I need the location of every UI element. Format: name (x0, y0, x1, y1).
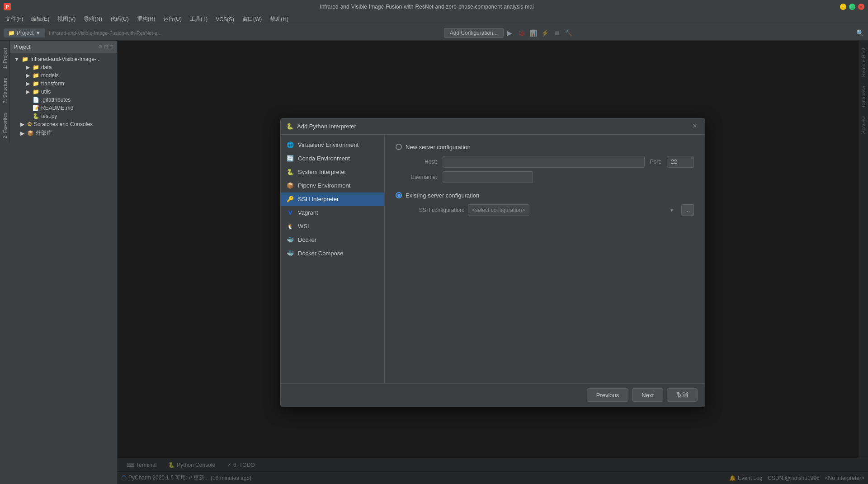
menu-help[interactable]: 帮助(H) (266, 14, 292, 24)
window-title: Infrared-and-Visible-Image-Fusion-with-R… (14, 4, 840, 10)
item-label: .gitattributes (41, 97, 71, 103)
tree-root[interactable]: ▼ 📁 Infrared-and-Visible-Image-... (10, 55, 117, 63)
interpreter-vagrant[interactable]: V Vagrant (281, 206, 384, 220)
file-type-icon: 📄 (33, 97, 39, 103)
existing-server-option[interactable]: Existing server configuration (396, 192, 694, 199)
build-button[interactable]: 🔨 (564, 28, 573, 38)
cancel-button[interactable]: 取消 (667, 388, 698, 402)
tree-item-utils[interactable]: ▶ 📁 utils (10, 88, 117, 96)
window-controls[interactable]: − □ × (840, 4, 864, 10)
folder-icon: 📁 (33, 64, 39, 70)
project-header-icons: ⚙ ⊞ ⊟ (98, 44, 113, 50)
add-configuration-button[interactable]: Add Configuration... (444, 28, 504, 38)
root-arrow-icon: ▼ (14, 56, 20, 62)
tree-item-models[interactable]: ▶ 📁 models (10, 71, 117, 80)
left-tab-favorites[interactable]: 2: Favorites (1, 109, 9, 142)
new-server-radio[interactable] (396, 144, 402, 150)
existing-server-radio[interactable] (396, 192, 402, 198)
docker-compose-icon: 🐳 (286, 249, 294, 258)
tree-item-transform[interactable]: ▶ 📁 transform (10, 80, 117, 88)
virtualenv-label: Virtualenv Environment (298, 141, 359, 148)
project-panel-header: Project ⚙ ⊞ ⊟ (10, 41, 117, 53)
tree-item-scratches[interactable]: ▶ ⚙ Scratches and Consoles (10, 120, 117, 128)
interpreter-docker[interactable]: 🐳 Docker (281, 233, 384, 247)
left-tabs: 1: Project 7: Structure 2: Favorites (0, 41, 10, 142)
project-selector[interactable]: 📁 Project ▼ (4, 28, 45, 38)
item-label: transform (41, 80, 64, 87)
ssh-config-label: SSH configuration: (406, 207, 464, 213)
interpreter-wsl[interactable]: 🐧 WSL (281, 220, 384, 233)
file-type-icon: 🐍 (33, 113, 39, 119)
username-input[interactable] (443, 171, 533, 183)
ssh-config-dots-button[interactable]: ... (681, 204, 694, 216)
username-label: Username: (406, 174, 437, 180)
interpreter-virtualenv[interactable]: 🌐 Virtualenv Environment (281, 138, 384, 152)
menu-bar: 文件(F) 编辑(E) 视图(V) 导航(N) 代码(C) 重构(R) 运行(U… (0, 14, 868, 25)
tree-item-data[interactable]: ▶ 📁 data (10, 63, 117, 71)
folder-arrow-icon: ▶ (24, 72, 31, 79)
port-input[interactable] (667, 156, 694, 168)
folder-arrow-icon: ▶ (24, 89, 31, 95)
left-tab-structure[interactable]: 7: Structure (1, 74, 9, 107)
tree-item-gitattributes[interactable]: 📄 .gitattributes (10, 96, 117, 104)
tree-item-testpy[interactable]: 🐍 test.py (10, 112, 117, 120)
interpreter-pipenv[interactable]: 📦 Pipenv Environment (281, 179, 384, 193)
maximize-button[interactable]: □ (849, 4, 855, 10)
menu-code[interactable]: 代码(C) (107, 14, 132, 24)
pipenv-icon: 📦 (286, 182, 294, 190)
profile-button[interactable]: ⚡ (541, 28, 550, 38)
dialog-title-text: Add Python Interpreter (297, 123, 356, 130)
menu-file[interactable]: 文件(F) (2, 14, 27, 24)
menu-refactor[interactable]: 重构(R) (133, 14, 159, 24)
menu-vcs[interactable]: VCS(S) (212, 15, 238, 24)
interpreter-ssh[interactable]: 🔑 SSH Interpreter (281, 193, 384, 206)
folder-arrow-icon: ▶ (19, 121, 25, 127)
project-folder-icon: 📁 (8, 30, 15, 36)
existing-server-label: Existing server configuration (406, 192, 479, 199)
port-label: Port: (650, 159, 661, 165)
system-label: System Interpreter (298, 169, 346, 175)
previous-button[interactable]: Previous (587, 388, 629, 402)
dialog-title-bar: 🐍 Add Python Interpreter × (281, 118, 705, 135)
left-tab-project[interactable]: 1: Project (1, 44, 9, 72)
close-window-button[interactable]: × (858, 4, 864, 10)
debug-button[interactable]: 🐞 (517, 28, 526, 38)
docker-icon: 🐳 (286, 236, 294, 244)
external-icon: 📦 (27, 130, 34, 136)
folder-icon: 📁 (33, 89, 39, 95)
menu-edit[interactable]: 编辑(E) (28, 14, 53, 24)
folder-arrow-icon: ▶ (19, 130, 25, 136)
project-tree: ▼ 📁 Infrared-and-Visible-Image-... ▶ 📁 d… (10, 53, 117, 484)
next-button[interactable]: Next (632, 388, 663, 402)
ssh-config-select[interactable]: <select configuration> (468, 204, 529, 216)
folder-arrow-icon: ▶ (24, 64, 31, 70)
host-input[interactable] (443, 156, 645, 168)
menu-window[interactable]: 窗口(W) (239, 14, 265, 24)
interpreter-system[interactable]: 🐍 System Interpreter (281, 165, 384, 179)
menu-view[interactable]: 视图(V) (54, 14, 79, 24)
coverage-button[interactable]: 📊 (529, 28, 538, 38)
search-everywhere-button[interactable]: 🔍 (855, 28, 864, 38)
run-button[interactable]: ▶ (505, 28, 514, 38)
project-panel-title: Project (14, 44, 30, 50)
interpreter-conda[interactable]: 🔄 Conda Environment (281, 152, 384, 165)
tree-item-external[interactable]: ▶ 📦 外部库 (10, 128, 117, 138)
menu-run[interactable]: 运行(U) (160, 14, 185, 24)
item-label: data (41, 64, 52, 70)
new-server-option[interactable]: New server configuration (396, 144, 694, 150)
item-label: README.md (41, 105, 73, 111)
tree-item-readme[interactable]: 📝 README.md (10, 104, 117, 112)
item-label: Scratches and Consoles (34, 121, 93, 127)
conda-label: Conda Environment (298, 155, 350, 162)
title-bar: P Infrared-and-Visible-Image-Fusion-with… (0, 0, 868, 14)
menu-tools[interactable]: 工具(T) (186, 14, 211, 24)
folder-icon: 📁 (33, 72, 39, 79)
stop-button[interactable]: ⏹ (552, 28, 561, 38)
dialog-close-button[interactable]: × (690, 122, 699, 131)
menu-navigate[interactable]: 导航(N) (80, 14, 106, 24)
item-label: test.py (41, 113, 57, 119)
project-dropdown-icon: ▼ (35, 30, 41, 36)
interpreter-docker-compose[interactable]: 🐳 Docker Compose (281, 247, 384, 260)
minimize-button[interactable]: − (840, 4, 846, 10)
dialog-footer: Previous Next 取消 (281, 383, 705, 407)
